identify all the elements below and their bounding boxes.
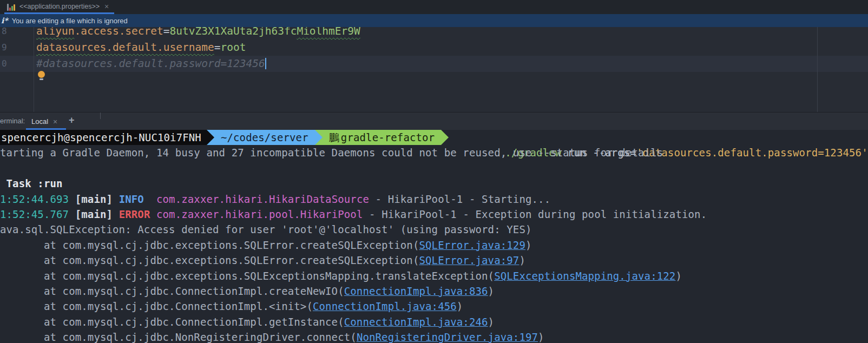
terminal-log-rows: tarting a Gradle Daemon, 14 busy and 27 … xyxy=(0,145,868,343)
info-icon: i* xyxy=(1,16,8,25)
terminal-output-line: 1:52:45.767 [main] ERROR com.zaxxer.hika… xyxy=(0,207,868,222)
prompt-git-segment: 鵬 gradle-refactor xyxy=(323,130,442,145)
powerline-arrow-icon xyxy=(315,130,323,145)
terminal-output-line: at com.mysql.cj.jdbc.ConnectionImpl.crea… xyxy=(0,283,868,299)
prompt-branch-text: gradle-refactor xyxy=(341,130,435,145)
properties-file-icon xyxy=(6,2,16,11)
log-segment: com.zaxxer.hikari.pool.HikariPool xyxy=(156,208,363,220)
log-segment: 1:52:45.767 xyxy=(0,208,75,220)
log-segment: tarting a Gradle Daemon, 14 busy and 27 … xyxy=(0,147,663,159)
terminal-prompt-line: spencercjh@spencercjh-NUC10i7FNH ~/codes… xyxy=(0,130,868,145)
prompt-host-text: spencercjh@spencercjh-NUC10i7FNH xyxy=(1,130,201,145)
git-branch-icon: 鵬 xyxy=(329,130,339,145)
terminal-output-line: Task :run xyxy=(0,176,868,191)
terminal-panel-label: erminal: xyxy=(0,117,25,125)
command-argument: 'datasources.default.password=123456' xyxy=(636,147,868,159)
log-segment: com.zaxxer.hikari.HikariDataSource xyxy=(156,193,369,205)
terminal-panel-header: erminal: Local × + xyxy=(0,112,868,130)
terminal-output[interactable]: spencercjh@spencercjh-NUC10i7FNH ~/codes… xyxy=(0,130,868,343)
line-number: 8 xyxy=(2,27,7,39)
log-segment: at com.mysql.cj.jdbc.NonRegisteringDrive… xyxy=(0,331,357,343)
log-segment: ) xyxy=(519,254,525,266)
terminal-output-line: at com.mysql.cj.jdbc.ConnectionImpl.getI… xyxy=(0,314,868,329)
log-segment: ) xyxy=(675,270,682,282)
log-segment: ava.sql.SQLException: Access denied for … xyxy=(0,223,532,235)
line-number: 9 xyxy=(2,39,7,56)
banner-message: You are editing a file which is ignored xyxy=(12,17,128,25)
log-segment: at com.mysql.cj.jdbc.exceptions.SQLExcep… xyxy=(0,270,494,282)
prompt-cwd-text: ~/codes/server xyxy=(221,130,308,145)
line-number: 0 xyxy=(2,56,7,72)
stacktrace-link[interactable]: SQLExceptionsMapping.java:122 xyxy=(494,270,675,282)
log-segment: ) xyxy=(488,285,495,297)
log-segment: - HikariPool-1 - Exception during pool i… xyxy=(363,208,707,220)
powerline-arrow-icon xyxy=(441,130,449,145)
terminal-output-line: at com.mysql.cj.jdbc.exceptions.SQLError… xyxy=(0,238,868,253)
tab-close-icon[interactable]: × xyxy=(104,3,109,10)
new-terminal-button[interactable]: + xyxy=(69,115,75,126)
stacktrace-link[interactable]: NonRegisteringDriver.java:197 xyxy=(357,331,538,343)
log-segment: at com.mysql.cj.jdbc.ConnectionImpl.getI… xyxy=(0,316,344,328)
editor-code-line[interactable]: aliyun.access.secret=8utvZ3X1XaUta2jh63f… xyxy=(36,27,360,39)
ignored-file-banner: i* You are editing a file which is ignor… xyxy=(0,14,868,27)
log-segment: [main] xyxy=(75,208,119,220)
log-segment: datasources.default.username xyxy=(36,41,214,54)
text-caret xyxy=(265,58,266,69)
stacktrace-link[interactable]: ConnectionImpl.java:836 xyxy=(344,285,488,297)
log-segment: Task :run xyxy=(0,177,63,189)
log-segment: at com.mysql.cj.jdbc.ConnectionImpl.crea… xyxy=(0,285,344,297)
log-segment: [main] xyxy=(75,193,119,205)
log-segment: at com.mysql.cj.jdbc.exceptions.SQLError… xyxy=(0,239,419,251)
log-segment: INFO xyxy=(119,193,156,205)
terminal-output-line: ava.sql.SQLException: Access denied for … xyxy=(0,222,868,237)
shell-command: ./gradlew run --args='datasources.defaul… xyxy=(449,130,867,145)
stacktrace-link[interactable]: ConnectionImpl.java:246 xyxy=(344,316,488,328)
stacktrace-link[interactable]: SQLError.java:97 xyxy=(419,254,519,266)
log-segment: = xyxy=(163,27,170,37)
prompt-cwd-segment: ~/codes/server xyxy=(214,130,315,145)
log-segment: ) xyxy=(538,331,544,343)
terminal-output-line: 1:52:44.693 [main] INFO com.zaxxer.hikar… xyxy=(0,192,868,207)
terminal-output-line: at com.mysql.cj.jdbc.exceptions.SQLExcep… xyxy=(0,268,868,283)
terminal-output-line: at com.mysql.cj.jdbc.ConnectionImpl.<ini… xyxy=(0,299,868,314)
code-editor[interactable]: 890 aliyun.access.secret=8utvZ3X1XaUta2j… xyxy=(0,27,868,112)
panel-divider-tick xyxy=(100,113,101,119)
log-segment: at com.mysql.cj.jdbc.ConnectionImpl.<ini… xyxy=(0,300,313,312)
log-segment: #datasources.default.password=123456 xyxy=(36,57,265,70)
terminal-tab-close-icon[interactable]: × xyxy=(53,117,57,126)
intention-bulb-icon[interactable] xyxy=(38,71,45,81)
terminal-output-line: at com.mysql.cj.jdbc.NonRegisteringDrive… xyxy=(0,329,868,343)
powerline-arrow-icon xyxy=(207,130,214,145)
stacktrace-link[interactable]: SQLError.java:129 xyxy=(419,239,525,251)
ide-window: <<application.properties>> × i* You are … xyxy=(0,0,868,343)
log-segment: MiolhmEr9W xyxy=(297,27,360,37)
terminal-tab-label: Local xyxy=(31,117,48,126)
log-segment: - HikariPool-1 - Starting... xyxy=(369,193,550,205)
log-segment: ) xyxy=(525,239,532,251)
log-segment: ) xyxy=(457,300,463,312)
terminal-output-line xyxy=(0,161,868,176)
log-segment: 8utvZ3X1XaUta2jh63fc xyxy=(170,27,297,37)
log-segment: 1:52:44.693 xyxy=(0,193,75,205)
log-segment: root xyxy=(220,41,246,54)
gutter-separator xyxy=(34,27,34,112)
editor-tab-bar: <<application.properties>> × xyxy=(0,0,868,14)
log-segment: ) xyxy=(488,316,495,328)
log-segment: aliyun xyxy=(36,27,74,37)
editor-tab-title: <<application.properties>> xyxy=(19,3,100,10)
log-segment: at com.mysql.cj.jdbc.exceptions.SQLError… xyxy=(0,254,419,266)
prompt-host-segment: spencercjh@spencercjh-NUC10i7FNH xyxy=(0,130,207,145)
editor-tab-application-properties[interactable]: <<application.properties>> × xyxy=(4,0,114,14)
right-margin-guide xyxy=(817,27,818,112)
log-segment: = xyxy=(214,41,221,54)
stacktrace-link[interactable]: ConnectionImpl.java:456 xyxy=(313,300,457,312)
terminal-output-line: at com.mysql.cj.jdbc.exceptions.SQLError… xyxy=(0,253,868,268)
log-segment: .access.secret xyxy=(74,27,163,37)
log-segment: ERROR xyxy=(119,208,156,220)
editor-code-line[interactable]: #datasources.default.password=123456 xyxy=(36,56,266,72)
editor-code-line[interactable]: datasources.default.username=root xyxy=(36,39,246,56)
